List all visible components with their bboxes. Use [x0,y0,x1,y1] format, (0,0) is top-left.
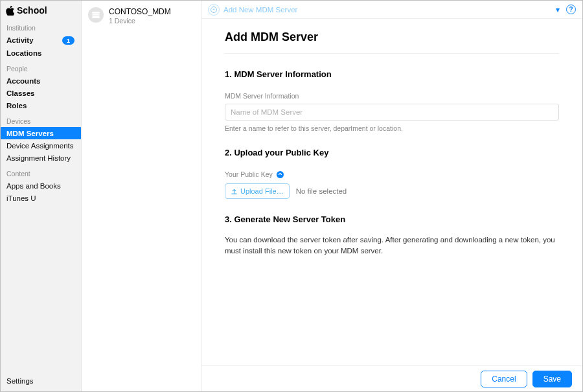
sidebar-item-label: Settings [6,377,34,385]
save-button[interactable]: Save [532,371,572,387]
sidebar-item-label: Activity [6,36,34,44]
sidebar: School Institution Activity 1 Locations … [1,1,82,391]
section2-title: 2. Upload your Public Key [225,148,559,157]
sidebar-item-assignment-history[interactable]: Assignment History [1,152,81,164]
sidebar-item-label: Apps and Books [6,182,61,190]
sidebar-item-label: MDM Servers [6,130,54,137]
info-icon[interactable] [277,171,284,178]
sidebar-item-label: Assignment History [6,154,71,162]
side-heading-people: People [1,63,81,75]
activity-badge: 1 [62,36,74,45]
sidebar-item-label: Roles [6,102,27,110]
sidebar-item-locations[interactable]: Locations [1,47,81,59]
page-title: Add MDM Server [225,30,559,54]
apple-logo-icon [6,6,14,16]
sidebar-item-itunes-u[interactable]: iTunes U [1,192,81,204]
content: Add MDM Server 1. MDM Server Information… [201,19,582,365]
server-list: CONTOSO_MDM 1 Device [82,1,201,391]
crumb-bar: + Add New MDM Server ▾ ? [201,1,582,19]
server-list-item[interactable]: CONTOSO_MDM 1 Device [82,1,201,30]
chevron-down-icon[interactable]: ▾ [556,5,560,14]
sidebar-item-label: Classes [6,89,34,97]
section3-text: You can download the server token after … [225,235,559,257]
upload-button-label: Upload File… [240,187,284,195]
server-name-field-label: MDM Server Information [225,92,559,100]
add-server-crumb-icon: + [208,4,220,16]
side-heading-institution: Institution [1,22,81,34]
sidebar-item-device-assignments[interactable]: Device Assignments [1,139,81,152]
brand-title: School [17,5,47,16]
sidebar-item-classes[interactable]: Classes [1,87,81,99]
sidebar-item-roles[interactable]: Roles [1,99,81,111]
no-file-label: No file selected [296,187,347,195]
section1-title: 1. MDM Server Information [225,69,559,79]
sidebar-item-label: iTunes U [6,194,36,202]
server-item-title: CONTOSO_MDM [109,7,171,16]
section3-title: 3. Generate New Server Token [225,214,559,224]
cancel-button[interactable]: Cancel [481,371,527,387]
sidebar-item-accounts[interactable]: Accounts [1,75,81,87]
sidebar-item-label: Locations [6,49,41,57]
server-name-input[interactable] [225,104,559,121]
brand: School [1,1,81,18]
crumb-title: Add New MDM Server [223,6,297,14]
sidebar-item-mdm-servers[interactable]: MDM Servers [1,127,81,139]
footer-bar: Cancel Save [201,365,582,391]
server-name-help: Enter a name to refer to this server, de… [225,124,559,132]
sidebar-item-activity[interactable]: Activity 1 [1,34,81,47]
plus-circle-icon: + [211,6,217,13]
app-frame: School Institution Activity 1 Locations … [0,0,583,392]
sidebar-item-settings[interactable]: Settings [1,371,81,391]
sidebar-item-label: Accounts [6,77,40,85]
side-heading-content: Content [1,168,81,179]
sidebar-item-label: Device Assignments [6,142,74,150]
help-icon[interactable]: ? [566,5,576,14]
sidebar-item-apps-books[interactable]: Apps and Books [1,179,81,192]
public-key-label: Your Public Key [225,170,273,178]
main-area: + Add New MDM Server ▾ ? Add MDM Server … [201,1,582,391]
upload-icon [231,188,238,195]
upload-file-button[interactable]: Upload File… [225,183,290,199]
side-heading-devices: Devices [1,115,81,127]
server-item-subtitle: 1 Device [109,17,171,25]
server-avatar-icon [88,7,104,23]
